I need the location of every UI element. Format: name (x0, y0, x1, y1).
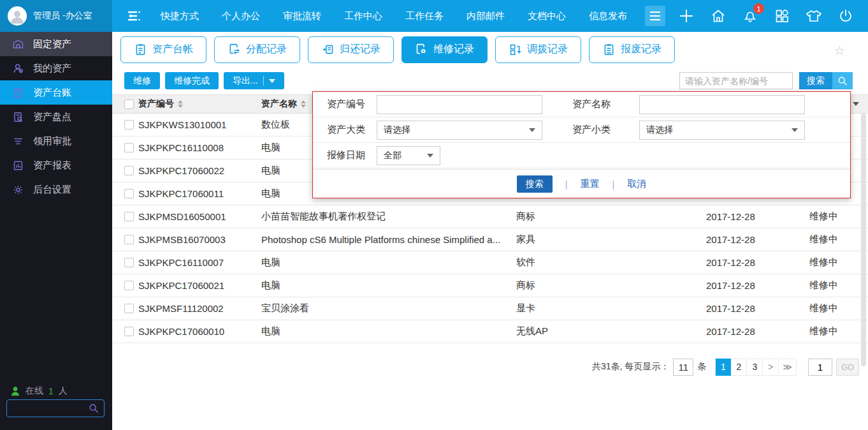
row-checkbox[interactable] (124, 143, 134, 152)
page-button[interactable]: 3 (747, 359, 763, 376)
nav-item[interactable]: 快捷方式 (161, 10, 199, 22)
select-all-checkbox[interactable] (124, 100, 134, 109)
row-checkbox[interactable] (124, 258, 134, 267)
nav-item[interactable]: 审批流转 (283, 10, 321, 22)
sidebar-search-input[interactable] (7, 404, 89, 413)
report-icon (11, 159, 24, 172)
nav-item[interactable]: 文档中心 (528, 10, 566, 22)
table-row[interactable]: SJKPMSB16070003Photoshop cS6 Multiple Pl… (112, 228, 868, 251)
avatar (8, 6, 27, 26)
header-asset-id[interactable]: 资产编号 (134, 98, 261, 110)
tab[interactable]: 资产台帐 (120, 36, 206, 63)
asset-minor-select[interactable]: 请选择 (639, 121, 805, 140)
user-name: 管理员 -办公室 (33, 10, 92, 22)
cell-asset-id: SJKPKPC16110008 (134, 142, 261, 153)
separator: | (565, 179, 568, 189)
cell-asset-id: SJKPKPC17060010 (134, 326, 261, 337)
nav-item[interactable]: 信息发布 (589, 10, 627, 22)
tab[interactable]: 归还记录 (308, 36, 394, 63)
row-checkbox[interactable] (124, 281, 134, 290)
tab[interactable]: 调拨记录 (495, 36, 581, 63)
asset-no-input[interactable] (377, 95, 542, 114)
goto-page-input[interactable] (808, 359, 832, 376)
row-checkbox[interactable] (124, 304, 134, 313)
home-icon[interactable] (710, 8, 727, 24)
nav-item[interactable]: 个人办公 (222, 10, 260, 22)
collapse-menu-icon[interactable] (126, 10, 141, 22)
export-dropdown-button[interactable]: 导出... (224, 72, 284, 89)
add-icon[interactable] (678, 8, 695, 24)
user-menu[interactable]: 管理员 -办公室 (0, 0, 112, 32)
online-unit: 人 (59, 385, 68, 397)
row-checkbox[interactable] (124, 166, 134, 175)
online-status: 在线 1 人 (10, 385, 68, 397)
filter-cancel-button[interactable]: 取消 (627, 178, 646, 190)
nav-item[interactable]: 工作中心 (344, 10, 382, 22)
tab[interactable]: 维修记录 (401, 36, 488, 63)
cell-status: 维修中 (809, 211, 868, 223)
more-menu-button[interactable] (645, 6, 665, 26)
asset-major-select[interactable]: 请选择 (377, 121, 542, 140)
table-row[interactable]: SJKPKPC17060010电脑无线AP2017-12-28维修中 (112, 320, 868, 343)
go-button[interactable]: GO (836, 359, 859, 376)
vertical-scrollbar[interactable] (861, 114, 866, 366)
sidebar-item[interactable]: 资产台账 (0, 80, 112, 105)
asset-minor-label: 资产小类 (572, 124, 639, 136)
search-icon (832, 72, 853, 89)
sidebar-item[interactable]: 资产盘点 (0, 105, 112, 129)
last-page-button[interactable]: ≫ (779, 359, 797, 376)
repair-button[interactable]: 维修 (124, 72, 160, 89)
table-row[interactable]: SJKPKPC17060021电脑商标2017-12-28维修中 (112, 274, 868, 297)
filter-search-button[interactable]: 搜索 (517, 175, 553, 193)
sort-icon[interactable] (178, 100, 183, 108)
next-page-button[interactable]: > (763, 359, 779, 376)
sidebar-item-label: 领用审批 (33, 135, 71, 147)
favorite-star-icon[interactable]: ☆ (834, 43, 845, 58)
table-row[interactable]: SJKPMSD16050001小苗苗智能故事机著作权登记商标2017-12-28… (112, 205, 868, 228)
table-row[interactable]: SJKPKPC16110007电脑软件2017-12-28维修中 (112, 251, 868, 274)
per-page-input[interactable] (673, 359, 693, 376)
page-button[interactable]: 1 (715, 359, 731, 376)
quick-search-button-label: 搜索 (799, 72, 832, 89)
online-count: 1 (48, 386, 54, 396)
sidebar-module-header[interactable]: 固定资产 (0, 32, 112, 56)
tab-label: 维修记录 (433, 43, 474, 56)
sidebar-item[interactable]: 后台设置 (0, 177, 112, 202)
chevron-down-icon (792, 128, 798, 132)
filter-reset-button[interactable]: 重置 (581, 178, 600, 190)
tab[interactable]: 报废记录 (589, 36, 675, 63)
quick-search-input[interactable] (679, 72, 793, 89)
sidebar-item[interactable]: 领用审批 (0, 129, 112, 153)
repair-date-select[interactable]: 全部 (377, 146, 440, 165)
apps-grid-icon[interactable] (774, 8, 790, 24)
sidebar-module-label: 固定资产 (33, 38, 71, 50)
sidebar-item[interactable]: 我的资产 (0, 56, 112, 80)
cell-status: 维修中 (809, 256, 868, 269)
cell-asset-name: 宝贝涂涂看 (261, 302, 516, 315)
row-checkbox[interactable] (124, 120, 134, 130)
page-button[interactable]: 2 (731, 359, 747, 376)
sidebar: 固定资产 我的资产资产台账资产盘点领用审批资产报表后台设置 在线 1 人 (0, 32, 112, 430)
theme-shirt-icon[interactable] (806, 8, 822, 24)
chevron-down-icon (529, 128, 535, 132)
quick-search-button[interactable]: 搜索 (799, 72, 853, 89)
tab[interactable]: 分配记录 (214, 36, 300, 63)
top-nav: 快捷方式个人办公审批流转工作中心工作任务内部邮件文档中心信息发布 (161, 10, 627, 22)
column-config-caret-icon[interactable] (853, 102, 859, 106)
repair-done-button[interactable]: 维修完成 (165, 72, 219, 89)
nav-item[interactable]: 内部邮件 (467, 10, 505, 22)
topbar-icons: 1 (678, 8, 854, 24)
row-checkbox[interactable] (124, 212, 134, 221)
row-checkbox[interactable] (124, 327, 134, 336)
notifications-bell-icon[interactable]: 1 (742, 8, 758, 24)
nav-item[interactable]: 工作任务 (405, 10, 444, 22)
asset-name-input[interactable] (639, 95, 805, 114)
row-checkbox[interactable] (124, 189, 134, 198)
table-row[interactable]: SJKPMSF11120002宝贝涂涂看显卡2017-12-28维修中 (112, 297, 868, 320)
filter-footer: 搜索 | 重置 | 取消 (313, 169, 850, 198)
sort-icon[interactable] (301, 100, 306, 108)
row-checkbox[interactable] (124, 235, 134, 244)
sidebar-item[interactable]: 资产报表 (0, 153, 112, 177)
sidebar-search-icon[interactable] (89, 403, 99, 413)
power-logout-icon[interactable] (837, 8, 854, 24)
